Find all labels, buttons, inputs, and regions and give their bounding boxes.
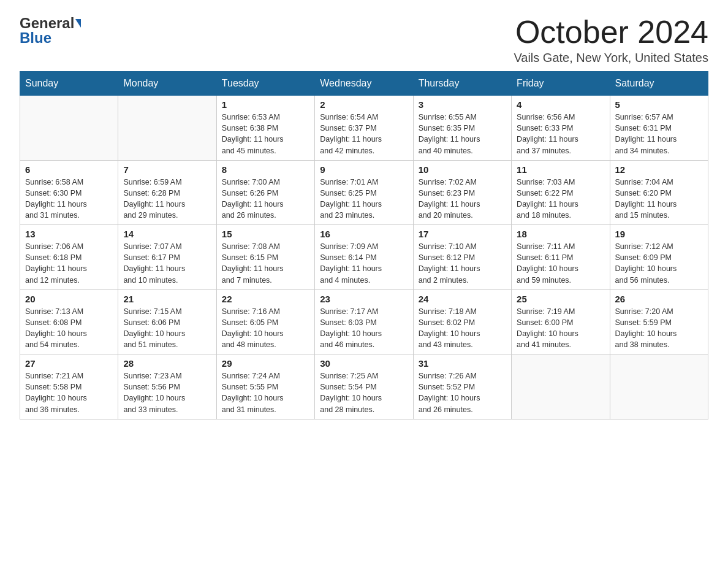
- day-info: Sunrise: 7:24 AM Sunset: 5:55 PM Dayligh…: [222, 370, 309, 415]
- day-info: Sunrise: 7:02 AM Sunset: 6:23 PM Dayligh…: [419, 177, 506, 221]
- day-info: Sunrise: 6:56 AM Sunset: 6:33 PM Dayligh…: [517, 112, 604, 156]
- day-info: Sunrise: 7:06 AM Sunset: 6:18 PM Dayligh…: [25, 241, 113, 286]
- column-header-friday: Friday: [512, 72, 610, 96]
- calendar-cell: 27Sunrise: 7:21 AM Sunset: 5:58 PM Dayli…: [20, 354, 118, 419]
- day-number: 22: [222, 294, 309, 304]
- calendar-cell: 20Sunrise: 7:13 AM Sunset: 6:08 PM Dayli…: [20, 289, 118, 354]
- day-number: 2: [320, 99, 408, 110]
- calendar-cell: 18Sunrise: 7:11 AM Sunset: 6:11 PM Dayli…: [512, 225, 610, 290]
- day-info: Sunrise: 7:11 AM Sunset: 6:11 PM Dayligh…: [517, 241, 604, 286]
- calendar-cell: 7Sunrise: 6:59 AM Sunset: 6:28 PM Daylig…: [118, 160, 216, 225]
- calendar-cell: 15Sunrise: 7:08 AM Sunset: 6:15 PM Dayli…: [216, 225, 314, 290]
- day-info: Sunrise: 7:15 AM Sunset: 6:06 PM Dayligh…: [123, 306, 211, 351]
- calendar-cell: 10Sunrise: 7:02 AM Sunset: 6:23 PM Dayli…: [413, 160, 511, 225]
- calendar-cell: 30Sunrise: 7:25 AM Sunset: 5:54 PM Dayli…: [315, 354, 413, 419]
- calendar-cell: 13Sunrise: 7:06 AM Sunset: 6:18 PM Dayli…: [20, 225, 118, 290]
- calendar-cell: 28Sunrise: 7:23 AM Sunset: 5:56 PM Dayli…: [118, 354, 216, 419]
- logo-blue-text: Blue: [20, 29, 51, 47]
- calendar-cell: 3Sunrise: 6:55 AM Sunset: 6:35 PM Daylig…: [413, 96, 511, 161]
- day-info: Sunrise: 7:20 AM Sunset: 5:59 PM Dayligh…: [615, 306, 703, 351]
- calendar-cell: 29Sunrise: 7:24 AM Sunset: 5:55 PM Dayli…: [216, 354, 314, 419]
- calendar-cell: 17Sunrise: 7:10 AM Sunset: 6:12 PM Dayli…: [413, 225, 511, 290]
- calendar-cell: 24Sunrise: 7:18 AM Sunset: 6:02 PM Dayli…: [413, 289, 511, 354]
- day-number: 20: [25, 294, 113, 304]
- calendar-cell: [512, 354, 610, 419]
- calendar-cell: 1Sunrise: 6:53 AM Sunset: 6:38 PM Daylig…: [216, 96, 314, 161]
- day-number: 12: [615, 164, 703, 175]
- day-number: 7: [123, 164, 211, 175]
- day-info: Sunrise: 7:21 AM Sunset: 5:58 PM Dayligh…: [25, 370, 113, 415]
- logo: General Blue: [20, 15, 81, 47]
- calendar-cell: 22Sunrise: 7:16 AM Sunset: 6:05 PM Dayli…: [216, 289, 314, 354]
- calendar-table: SundayMondayTuesdayWednesdayThursdayFrid…: [20, 71, 708, 419]
- day-number: 15: [222, 229, 309, 239]
- day-info: Sunrise: 7:12 AM Sunset: 6:09 PM Dayligh…: [615, 241, 703, 286]
- day-number: 6: [25, 164, 113, 175]
- day-number: 17: [419, 229, 506, 239]
- day-info: Sunrise: 6:58 AM Sunset: 6:30 PM Dayligh…: [25, 177, 113, 221]
- day-info: Sunrise: 6:54 AM Sunset: 6:37 PM Dayligh…: [320, 112, 408, 156]
- column-header-tuesday: Tuesday: [216, 72, 314, 96]
- day-number: 3: [419, 99, 506, 110]
- day-info: Sunrise: 7:18 AM Sunset: 6:02 PM Dayligh…: [419, 306, 506, 351]
- calendar-cell: 9Sunrise: 7:01 AM Sunset: 6:25 PM Daylig…: [315, 160, 413, 225]
- calendar-week-4: 20Sunrise: 7:13 AM Sunset: 6:08 PM Dayli…: [20, 289, 708, 354]
- column-header-thursday: Thursday: [413, 72, 511, 96]
- day-number: 9: [320, 164, 408, 175]
- calendar-cell: 19Sunrise: 7:12 AM Sunset: 6:09 PM Dayli…: [610, 225, 708, 290]
- day-number: 18: [517, 229, 604, 239]
- calendar-cell: 11Sunrise: 7:03 AM Sunset: 6:22 PM Dayli…: [512, 160, 610, 225]
- day-number: 5: [615, 99, 703, 110]
- calendar-cell: [20, 96, 118, 161]
- calendar-cell: 8Sunrise: 7:00 AM Sunset: 6:26 PM Daylig…: [216, 160, 314, 225]
- calendar-cell: [610, 354, 708, 419]
- day-info: Sunrise: 7:16 AM Sunset: 6:05 PM Dayligh…: [222, 306, 309, 351]
- day-number: 19: [615, 229, 703, 239]
- day-number: 26: [615, 294, 703, 304]
- calendar-week-3: 13Sunrise: 7:06 AM Sunset: 6:18 PM Dayli…: [20, 225, 708, 290]
- day-info: Sunrise: 7:00 AM Sunset: 6:26 PM Dayligh…: [222, 177, 309, 221]
- day-info: Sunrise: 6:53 AM Sunset: 6:38 PM Dayligh…: [222, 112, 309, 156]
- column-header-monday: Monday: [118, 72, 216, 96]
- calendar-week-2: 6Sunrise: 6:58 AM Sunset: 6:30 PM Daylig…: [20, 160, 708, 225]
- calendar-header-row: SundayMondayTuesdayWednesdayThursdayFrid…: [20, 72, 708, 96]
- calendar-cell: 12Sunrise: 7:04 AM Sunset: 6:20 PM Dayli…: [610, 160, 708, 225]
- day-info: Sunrise: 7:19 AM Sunset: 6:00 PM Dayligh…: [517, 306, 604, 351]
- calendar-cell: 25Sunrise: 7:19 AM Sunset: 6:00 PM Dayli…: [512, 289, 610, 354]
- day-info: Sunrise: 7:17 AM Sunset: 6:03 PM Dayligh…: [320, 306, 408, 351]
- day-number: 4: [517, 99, 604, 110]
- month-title: October 2024: [514, 15, 708, 50]
- day-number: 1: [222, 99, 309, 110]
- day-number: 11: [517, 164, 604, 175]
- column-header-saturday: Saturday: [610, 72, 708, 96]
- column-header-sunday: Sunday: [20, 72, 118, 96]
- day-number: 28: [123, 358, 211, 369]
- calendar-cell: 16Sunrise: 7:09 AM Sunset: 6:14 PM Dayli…: [315, 225, 413, 290]
- day-info: Sunrise: 6:59 AM Sunset: 6:28 PM Dayligh…: [123, 177, 211, 221]
- calendar-cell: 23Sunrise: 7:17 AM Sunset: 6:03 PM Dayli…: [315, 289, 413, 354]
- calendar-cell: 21Sunrise: 7:15 AM Sunset: 6:06 PM Dayli…: [118, 289, 216, 354]
- day-info: Sunrise: 7:25 AM Sunset: 5:54 PM Dayligh…: [320, 370, 408, 415]
- day-info: Sunrise: 7:09 AM Sunset: 6:14 PM Dayligh…: [320, 241, 408, 286]
- calendar-cell: 31Sunrise: 7:26 AM Sunset: 5:52 PM Dayli…: [413, 354, 511, 419]
- day-number: 16: [320, 229, 408, 239]
- day-info: Sunrise: 7:07 AM Sunset: 6:17 PM Dayligh…: [123, 241, 211, 286]
- day-number: 21: [123, 294, 211, 304]
- day-info: Sunrise: 7:23 AM Sunset: 5:56 PM Dayligh…: [123, 370, 211, 415]
- day-number: 13: [25, 229, 113, 239]
- day-info: Sunrise: 6:55 AM Sunset: 6:35 PM Dayligh…: [419, 112, 506, 156]
- day-number: 25: [517, 294, 604, 304]
- day-number: 29: [222, 358, 309, 369]
- calendar-cell: 2Sunrise: 6:54 AM Sunset: 6:37 PM Daylig…: [315, 96, 413, 161]
- day-info: Sunrise: 7:10 AM Sunset: 6:12 PM Dayligh…: [419, 241, 506, 286]
- column-header-wednesday: Wednesday: [315, 72, 413, 96]
- logo-triangle-icon: [75, 19, 81, 28]
- calendar-cell: 4Sunrise: 6:56 AM Sunset: 6:33 PM Daylig…: [512, 96, 610, 161]
- calendar-cell: [118, 96, 216, 161]
- calendar-week-5: 27Sunrise: 7:21 AM Sunset: 5:58 PM Dayli…: [20, 354, 708, 419]
- day-number: 23: [320, 294, 408, 304]
- day-info: Sunrise: 7:08 AM Sunset: 6:15 PM Dayligh…: [222, 241, 309, 286]
- day-info: Sunrise: 7:26 AM Sunset: 5:52 PM Dayligh…: [419, 370, 506, 415]
- calendar-week-1: 1Sunrise: 6:53 AM Sunset: 6:38 PM Daylig…: [20, 96, 708, 161]
- day-number: 10: [419, 164, 506, 175]
